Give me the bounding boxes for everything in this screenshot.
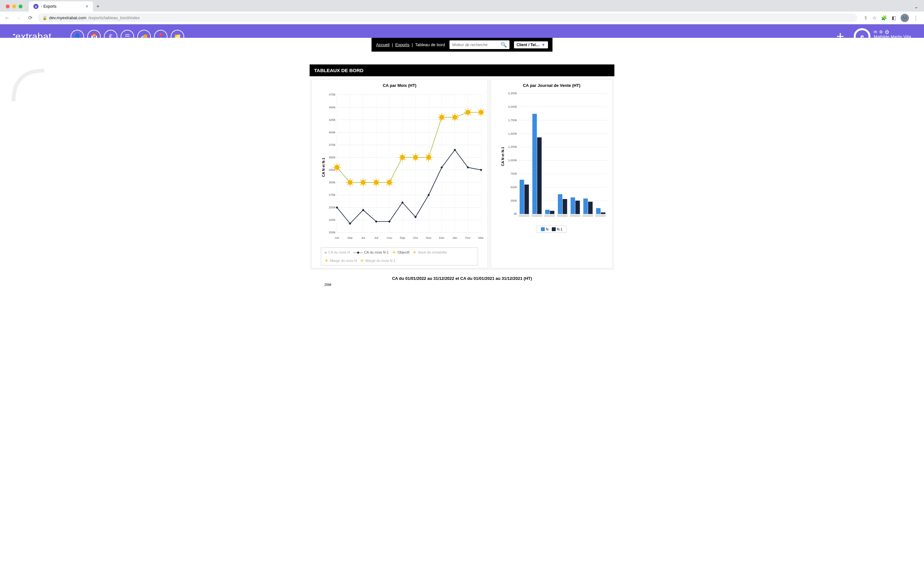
breadcrumb-home[interactable]: Accueil (376, 42, 389, 47)
svg-line-86 (391, 184, 393, 185)
new-tab-button[interactable]: + (96, 3, 100, 10)
svg-line-74 (365, 179, 366, 181)
svg-text:1,500k: 1,500k (508, 132, 517, 135)
svg-point-138 (465, 110, 470, 115)
svg-point-102 (413, 155, 418, 160)
svg-line-133 (452, 119, 453, 120)
svg-text:Oct: Oct (413, 236, 418, 239)
bar-chart: 0k250k500k750k1,000k1,250k1,500k1,750k2,… (504, 92, 609, 220)
filter-label: Client / Tel… (517, 43, 540, 47)
svg-line-65 (352, 179, 353, 181)
tab-bar: e - Exports ✕ + ⌄ (0, 0, 924, 11)
chart-legend: ◆ CA du mois N—◆— CA du mois N-1☀ Object… (321, 247, 478, 266)
chart-legend: N N-1 (537, 226, 567, 233)
breadcrumb-exports[interactable]: Exports (395, 42, 409, 47)
search-icon[interactable]: 🔍 (501, 42, 507, 48)
svg-line-128 (444, 114, 445, 115)
svg-rect-194 (596, 208, 601, 214)
svg-line-72 (360, 179, 361, 181)
svg-rect-191 (583, 198, 588, 214)
bookmark-icon[interactable]: ☆ (872, 15, 877, 21)
minimize-window-icon[interactable] (12, 5, 16, 8)
mail-icon[interactable]: ✉ (874, 29, 877, 34)
svg-line-119 (431, 155, 431, 155)
url-input[interactable]: 🔒 dev.myextrabat.com/exports/tableau_bor… (38, 13, 857, 22)
legend-item[interactable]: N (541, 227, 549, 231)
legend-item[interactable]: N-1 (552, 227, 563, 231)
svg-line-90 (387, 179, 388, 181)
svg-line-83 (378, 179, 379, 181)
svg-line-122 (444, 119, 445, 120)
y-axis-label: CA N et N-1 (501, 147, 505, 166)
line-chart: 200k225k250k275k300k325k350k375k400k425k… (325, 92, 484, 242)
svg-rect-190 (570, 214, 580, 217)
legend-item[interactable]: ☀ Marge du mois N-1 (360, 258, 396, 263)
svg-line-131 (457, 119, 458, 120)
settings-icon[interactable]: ⚙ (879, 29, 883, 34)
close-tab-icon[interactable]: ✕ (86, 4, 89, 9)
svg-text:1,250k: 1,250k (508, 145, 517, 148)
extensions-icon[interactable]: 🧩 (881, 15, 887, 21)
search-box[interactable]: 🔍 (449, 40, 509, 49)
svg-line-70 (360, 184, 361, 185)
background-curve-decoration (10, 67, 48, 105)
reload-button[interactable]: ⟳ (26, 15, 34, 21)
svg-rect-180 (537, 137, 541, 214)
svg-line-115 (426, 159, 427, 160)
svg-text:2,000k: 2,000k (508, 105, 517, 108)
app-viewport: ••extrabat 👤 📅 € ☰ 🚚 📍 📁 + e ✉ ⚙ ⏻ Mathi… (0, 24, 924, 300)
svg-line-151 (478, 114, 479, 115)
svg-line-137 (457, 114, 458, 115)
svg-rect-176 (519, 180, 524, 214)
chart-ca-par-journal: CA par Journal de Vente (HT) CA N et N-1… (491, 79, 612, 268)
svg-text:Sep: Sep (400, 236, 405, 239)
browser-chrome: e - Exports ✕ + ⌄ ← → ⟳ 🔒 dev.myextrabat… (0, 0, 924, 24)
legend-item[interactable]: ☀ Seuil de rentabilite (413, 250, 447, 255)
svg-point-48 (334, 165, 339, 170)
svg-rect-182 (545, 210, 549, 214)
svg-line-124 (439, 119, 440, 120)
back-button[interactable]: ← (3, 15, 11, 21)
svg-rect-188 (570, 197, 575, 214)
svg-text:500k: 500k (510, 185, 517, 189)
breadcrumb: Accueil | Exports | Tableau de bord (376, 42, 445, 47)
svg-text:400k: 400k (329, 131, 336, 134)
svg-line-153 (478, 109, 479, 110)
svg-point-111 (426, 155, 431, 160)
search-input[interactable] (452, 43, 501, 47)
svg-text:Jui: Jui (361, 236, 365, 239)
menu-icon[interactable]: ⋮ (913, 15, 918, 21)
svg-text:750k: 750k (510, 172, 517, 175)
svg-line-68 (365, 184, 366, 185)
svg-line-99 (400, 155, 401, 155)
svg-rect-184 (544, 214, 555, 217)
svg-rect-183 (550, 211, 554, 214)
svg-rect-196 (595, 214, 606, 217)
browser-tab[interactable]: e - Exports ✕ (29, 1, 93, 11)
share-icon[interactable]: ⇪ (864, 15, 868, 21)
address-bar: ← → ⟳ 🔒 dev.myextrabat.com/exports/table… (0, 11, 924, 24)
tab-favicon-icon: e (33, 4, 39, 9)
maximize-window-icon[interactable] (19, 5, 23, 8)
tabs-menu-icon[interactable]: ⌄ (914, 3, 918, 10)
svg-text:Dec: Dec (439, 236, 444, 239)
panel-icon[interactable]: ◧ (892, 15, 896, 21)
svg-rect-177 (524, 185, 529, 214)
svg-rect-189 (575, 201, 580, 214)
svg-line-113 (431, 159, 431, 160)
profile-avatar[interactable]: M (901, 14, 909, 22)
power-icon[interactable]: ⏻ (885, 29, 889, 34)
charts-row: CA par Mois (HT) CA N et N-1 200k225k250… (310, 77, 614, 270)
svg-line-149 (483, 114, 484, 115)
legend-item[interactable]: ◆ CA du mois N (325, 250, 350, 255)
svg-rect-187 (557, 214, 567, 217)
svg-line-81 (373, 179, 375, 181)
close-window-icon[interactable] (6, 5, 10, 8)
filter-select[interactable]: Client / Tel… ▼ (514, 41, 548, 48)
svg-line-140 (470, 114, 471, 115)
legend-item[interactable]: ☀ Objectif (392, 250, 409, 255)
svg-line-117 (426, 155, 427, 155)
legend-item[interactable]: —◆— CA du mois N-1 (353, 250, 389, 255)
chart-ca-par-mois: CA par Mois (HT) CA N et N-1 200k225k250… (312, 79, 488, 268)
legend-item[interactable]: ☀ Marge du mois N (325, 258, 357, 263)
